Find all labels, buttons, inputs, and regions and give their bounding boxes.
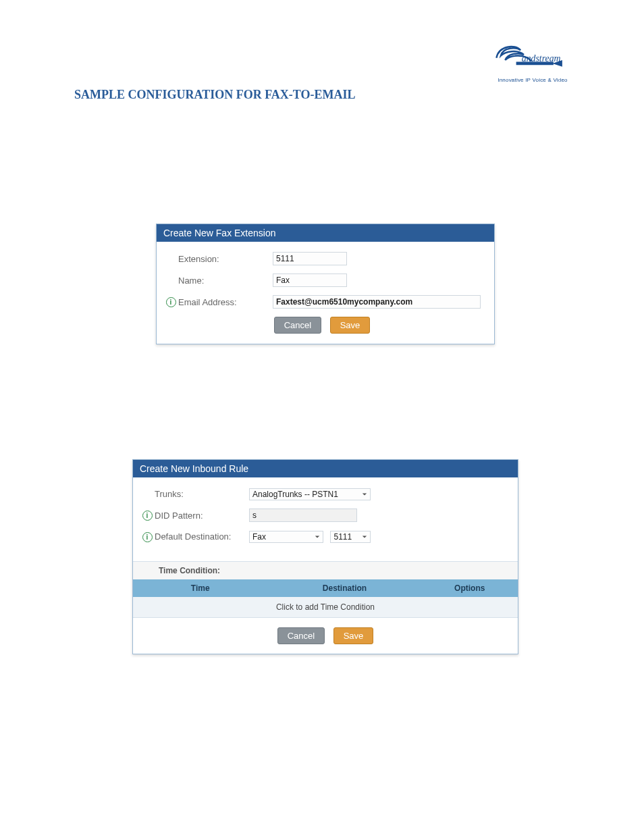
name-field-wrap [273, 273, 481, 287]
time-condition-header-row: Time Destination Options [133, 579, 518, 597]
dest-row: i Default Destination: Fax 5111 [140, 530, 504, 543]
document-page: andstream Innovative IP Voice & Video SA… [0, 0, 644, 834]
name-label: Name: [178, 276, 273, 286]
cancel-button[interactable]: Cancel [277, 627, 325, 644]
cancel-button[interactable]: Cancel [274, 317, 321, 334]
panel-body: Extension: Name: i Email Address: [157, 242, 494, 344]
trunks-row: Trunks: AnalogTrunks -- PSTN1 [140, 488, 504, 500]
panel-body: Trunks: AnalogTrunks -- PSTN1 i DID Patt… [133, 477, 518, 561]
email-field-wrap [273, 295, 481, 309]
extension-field-wrap [273, 252, 481, 265]
info-icon: i [140, 531, 155, 542]
panel2-buttons: Cancel Save [133, 617, 518, 654]
did-input[interactable] [249, 509, 357, 522]
grandstream-logo-icon: andstream [489, 37, 576, 74]
trunks-select[interactable]: AnalogTrunks -- PSTN1 [249, 488, 371, 500]
panel1-buttons: Cancel Save [163, 317, 481, 334]
trunks-field-wrap: AnalogTrunks -- PSTN1 [249, 488, 504, 500]
name-input[interactable] [273, 273, 347, 287]
time-condition-section-label: Time Condition: [133, 561, 518, 579]
brand-logo: andstream Innovative IP Voice & Video [489, 37, 576, 83]
info-icon: i [163, 296, 178, 307]
create-inbound-rule-panel: Create New Inbound Rule Trunks: AnalogTr… [132, 459, 518, 654]
chevron-down-icon [362, 492, 367, 497]
dest-ext-value: 5111 [333, 532, 352, 542]
chevron-down-icon [315, 534, 320, 540]
did-row: i DID Pattern: [140, 509, 504, 522]
col-header-destination: Destination [268, 579, 422, 597]
logo-tagline: Innovative IP Voice & Video [489, 77, 576, 83]
dest-type-value: Fax [252, 532, 266, 542]
page-title: SAMPLE CONFIGURATION FOR FAX-TO-EMAIL [74, 88, 576, 102]
dest-field-wrap: Fax 5111 [249, 530, 504, 543]
dest-label: Default Destination: [155, 531, 249, 542]
chevron-down-icon [362, 534, 367, 540]
email-input[interactable] [273, 295, 481, 309]
logo-text: andstream [522, 53, 561, 63]
extension-input[interactable] [273, 252, 347, 265]
extension-label: Extension: [178, 254, 273, 264]
did-field-wrap [249, 509, 504, 522]
panel-title: Create New Fax Extension [157, 224, 494, 242]
email-row: i Email Address: [163, 295, 481, 309]
panel-title: Create New Inbound Rule [133, 460, 518, 477]
col-header-time: Time [133, 579, 268, 597]
trunks-select-value: AnalogTrunks -- PSTN1 [252, 490, 338, 499]
col-header-options: Options [422, 579, 518, 597]
save-button[interactable]: Save [330, 317, 371, 334]
dest-type-select[interactable]: Fax [249, 531, 323, 543]
create-fax-extension-panel: Create New Fax Extension Extension: Name… [156, 224, 495, 344]
trunks-label: Trunks: [155, 489, 249, 499]
add-time-condition-link[interactable]: Click to add Time Condition [133, 597, 518, 617]
email-label: Email Address: [178, 297, 273, 307]
extension-row: Extension: [163, 252, 481, 265]
dest-ext-select[interactable]: 5111 [330, 531, 371, 543]
name-row: Name: [163, 273, 481, 287]
save-button[interactable]: Save [333, 627, 374, 644]
did-label: DID Pattern: [155, 511, 249, 521]
info-icon: i [140, 510, 155, 521]
